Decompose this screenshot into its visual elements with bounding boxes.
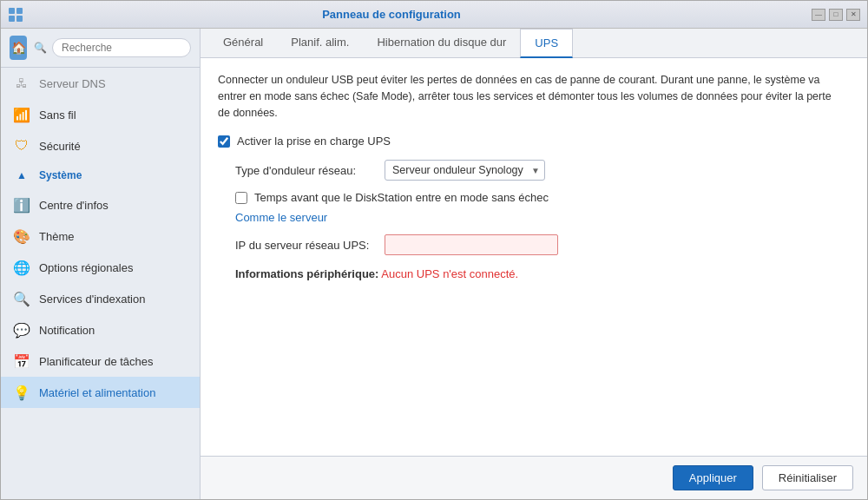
- sidebar-item-planificateur[interactable]: 📅 Planificateur de tâches: [1, 345, 200, 377]
- sidebar-section-systeme[interactable]: ▲ Système: [1, 161, 200, 189]
- hardware-icon: 💡: [13, 384, 30, 401]
- sidebar-item-sans-fil[interactable]: 📶 Sans fil: [1, 99, 200, 130]
- reset-button[interactable]: Réinitialiser: [762, 465, 853, 490]
- sidebar-item-label: Sans fil: [39, 109, 76, 122]
- sidebar-item-label: Services d'indexation: [39, 293, 145, 306]
- tab-ups[interactable]: UPS: [520, 29, 573, 58]
- sidebar-item-label: Matériel et alimentation: [39, 386, 155, 399]
- sidebar-item-options-regionales[interactable]: 🌐 Options régionales: [1, 252, 200, 283]
- minimize-button[interactable]: —: [812, 9, 825, 21]
- sidebar-item-label: Planificateur de tâches: [39, 355, 154, 368]
- ip-input[interactable]: [385, 234, 558, 255]
- sidebar-item-server-dns[interactable]: 🖧 Serveur DNS: [1, 68, 200, 99]
- sidebar-item-notification[interactable]: 💬 Notification: [1, 314, 200, 345]
- maximize-button[interactable]: □: [829, 9, 843, 21]
- search-input[interactable]: [52, 38, 191, 57]
- footer-buttons: Appliquer Réinitialiser: [201, 456, 867, 499]
- search-icon: 🔍: [34, 42, 47, 54]
- sidebar-item-theme[interactable]: 🎨 Thème: [1, 220, 200, 252]
- svg-rect-1: [16, 8, 23, 14]
- info-icon: ℹ️: [13, 196, 30, 214]
- tab-planif-alim[interactable]: Planif. alim.: [277, 29, 363, 58]
- onduleur-select[interactable]: Serveur onduleur Synology Autre: [385, 160, 545, 181]
- regional-icon: 🌐: [13, 259, 30, 276]
- app-icon: [8, 7, 23, 23]
- info-value: Aucun UPS n'est connecté.: [381, 267, 518, 280]
- section-label: Système: [39, 169, 82, 181]
- sidebar-item-label: Centre d'infos: [39, 199, 108, 212]
- sidebar-item-label: Serveur DNS: [39, 77, 106, 90]
- home-button[interactable]: 🏠: [10, 36, 27, 60]
- temps-checkbox[interactable]: [235, 192, 247, 204]
- sidebar-item-indexation[interactable]: 🔍 Services d'indexation: [1, 283, 200, 314]
- tab-general[interactable]: Général: [209, 29, 277, 58]
- svg-rect-0: [9, 8, 15, 14]
- info-label: Informations périphérique:: [235, 267, 378, 280]
- sidebar: 🏠 🔍 🖧 Serveur DNS 📶 Sans fil: [1, 29, 201, 499]
- tab-bar: Général Planif. alim. Hibernation du dis…: [201, 29, 867, 58]
- sidebar-item-label: Notification: [39, 324, 95, 337]
- ups-enable-checkbox[interactable]: [218, 135, 230, 148]
- content-area: Général Planif. alim. Hibernation du dis…: [201, 29, 867, 499]
- close-button[interactable]: ✕: [846, 9, 860, 21]
- notification-icon: 💬: [13, 321, 30, 339]
- titlebar-controls: — □ ✕: [812, 9, 860, 21]
- sidebar-item-label: Sécurité: [39, 140, 81, 153]
- comme-serveur-link[interactable]: Comme le serveur: [218, 211, 850, 224]
- sidebar-item-label: Thème: [39, 230, 74, 243]
- tab-hibernation[interactable]: Hibernation du disque dur: [363, 29, 520, 58]
- search-area: 🔍: [34, 38, 191, 57]
- ups-description: Connecter un onduleur USB peut éviter le…: [218, 72, 843, 121]
- wifi-icon: 📶: [13, 106, 30, 123]
- apply-button[interactable]: Appliquer: [673, 465, 753, 490]
- security-icon: 🛡: [13, 137, 30, 155]
- sidebar-item-label: Options régionales: [39, 261, 133, 274]
- sidebar-item-materiel[interactable]: 💡 Matériel et alimentation: [1, 377, 200, 408]
- svg-rect-2: [9, 16, 15, 22]
- ip-label: IP du serveur réseau UPS:: [235, 239, 374, 252]
- temps-label: Temps avant que le DiskStation entre en …: [254, 191, 549, 204]
- onduleur-select-wrapper: Serveur onduleur Synology Autre ▼: [385, 160, 545, 181]
- indexing-icon: 🔍: [13, 290, 30, 307]
- window-title: Panneau de configuration: [23, 8, 760, 21]
- ip-server-row: IP du serveur réseau UPS:: [218, 234, 850, 255]
- device-info-row: Informations périphérique: Aucun UPS n'e…: [218, 267, 850, 280]
- sidebar-header: 🏠 🔍: [1, 29, 200, 68]
- sidebar-item-centre-infos[interactable]: ℹ️ Centre d'infos: [1, 189, 200, 220]
- temps-checkbox-row: Temps avant que le DiskStation entre en …: [218, 191, 850, 204]
- sidebar-item-securite[interactable]: 🛡 Sécurité: [1, 130, 200, 161]
- theme-icon: 🎨: [13, 227, 30, 245]
- onduleur-type-row: Type d'onduleur réseau: Serveur onduleur…: [218, 160, 850, 181]
- onduleur-label: Type d'onduleur réseau:: [235, 164, 374, 177]
- content-body: Connecter un onduleur USB peut éviter le…: [201, 58, 867, 456]
- main-layout: 🏠 🔍 🖧 Serveur DNS 📶 Sans fil: [1, 29, 867, 499]
- main-window: Panneau de configuration — □ ✕ 🏠 🔍 🖧 Ser: [0, 0, 868, 500]
- tasks-icon: 📅: [13, 352, 30, 370]
- chevron-down-icon: ▲: [13, 167, 30, 184]
- server-icon: 🖧: [13, 75, 30, 92]
- ups-enable-row: Activer la prise en charge UPS: [218, 135, 850, 148]
- titlebar-left: [8, 7, 23, 23]
- svg-rect-3: [16, 16, 23, 22]
- ups-enable-label: Activer la prise en charge UPS: [237, 135, 391, 148]
- titlebar: Panneau de configuration — □ ✕: [1, 1, 867, 29]
